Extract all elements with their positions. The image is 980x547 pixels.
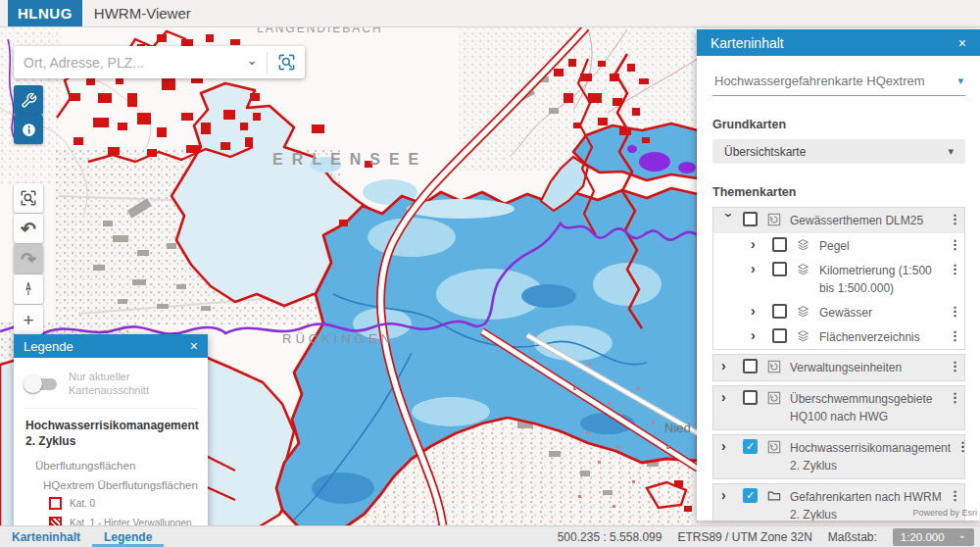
- layer-row-gewaesserthemen[interactable]: › Gewässerthemen DLM25 ⋮: [713, 208, 964, 233]
- map-service-icon: [767, 391, 782, 405]
- hlnug-logo[interactable]: HLNUG: [8, 0, 82, 26]
- kebab-menu-icon[interactable]: ⋮: [949, 304, 958, 320]
- redo-button[interactable]: ↷: [14, 244, 43, 274]
- basemaps-label: Grundkarten: [712, 118, 965, 131]
- layers-icon: [797, 238, 811, 251]
- map-label-rueckingen: RÜCKINGEN: [282, 331, 394, 346]
- layer-label: Gewässerthemen DLM25: [790, 212, 949, 229]
- app-header: HLNUG HWRM-Viewer: [0, 0, 980, 27]
- layer-checkbox[interactable]: [772, 328, 787, 343]
- layer-box: › ✓ Hochwasserrisikomanagement 2. Zyklus…: [712, 434, 965, 479]
- legend-header[interactable]: Legende ×: [14, 334, 208, 358]
- layer-group-gewaesserthemen: › Gewässerthemen DLM25 ⋮ ›: [712, 207, 965, 350]
- layer-row-kilometrierung[interactable]: › Kilometrierung (1:500 bis 1:500.000) ⋮: [713, 258, 964, 300]
- map-service-icon: [767, 213, 782, 226]
- layer-row-hochwasserrisikomanagement[interactable]: › ✓ Hochwasserrisikomanagement 2. Zyklus…: [713, 435, 964, 478]
- legend-close-icon[interactable]: ×: [190, 338, 198, 354]
- scale-select[interactable]: 1:20.000 ⌄: [893, 528, 974, 546]
- layer-row-pegel[interactable]: › Pegel ⋮: [713, 233, 964, 258]
- legend-subgroup-label: HQextrem Überflutungsflächen: [24, 472, 198, 493]
- status-bar: Karteninhalt Legende 500.235 : 5.558.099…: [0, 525, 980, 547]
- default-extent-button[interactable]: [14, 183, 43, 213]
- layer-row-gewaesser[interactable]: › Gewässer ⋮: [713, 300, 964, 324]
- tab-karteninhalt[interactable]: Karteninhalt: [0, 526, 92, 547]
- layer-checkbox[interactable]: [772, 304, 787, 319]
- layer-checkbox[interactable]: [743, 212, 758, 226]
- map-theme-value: Hochwassergefahrenkarte HQextrem: [714, 74, 957, 88]
- basemap-value: Übersichtskarte: [724, 145, 948, 159]
- chevron-right-icon[interactable]: ›: [721, 439, 737, 454]
- layer-row-flaechenverzeichnis[interactable]: › Flächenverzeichnis ⋮: [713, 324, 964, 349]
- tab-legende[interactable]: Legende: [92, 526, 164, 547]
- map-content-panel: Karteninhalt × Hochwassergefahrenkarte H…: [697, 29, 980, 521]
- chevron-right-icon[interactable]: ›: [721, 390, 737, 405]
- chevron-right-icon[interactable]: ›: [751, 262, 766, 276]
- tools-button[interactable]: [14, 85, 43, 115]
- basemap-select[interactable]: Übersichtskarte ▾: [712, 139, 965, 164]
- map-label-erlensee: ERLENSEE: [272, 151, 427, 168]
- thememaps-label: Themenkarten: [712, 185, 965, 199]
- map-service-icon: [767, 360, 782, 373]
- layer-checkbox-checked[interactable]: ✓: [743, 488, 758, 503]
- map-theme-select[interactable]: Hochwassergefahrenkarte HQextrem ▾: [712, 70, 965, 96]
- kebab-menu-icon[interactable]: ⋮: [949, 262, 958, 277]
- legend-group-label: Überflutungsflächen: [24, 452, 198, 472]
- layer-checkbox[interactable]: [743, 390, 758, 405]
- map-attribution: Powered by Esri: [912, 508, 977, 518]
- kebab-menu-icon[interactable]: ⋮: [956, 439, 966, 455]
- map-content-close-icon[interactable]: ×: [958, 35, 966, 51]
- chevron-down-icon[interactable]: ›: [721, 213, 736, 228]
- chevron-right-icon[interactable]: ›: [751, 328, 766, 343]
- check-icon: ✓: [746, 490, 755, 501]
- layer-checkbox[interactable]: [743, 359, 758, 373]
- layer-box: › Überschwemmungsgebiete HQ100 nach HWG …: [712, 385, 965, 430]
- map-content-title: Karteninhalt: [710, 35, 784, 51]
- wrench-icon: [21, 92, 37, 109]
- chevron-right-icon[interactable]: ›: [721, 488, 737, 503]
- kebab-menu-icon[interactable]: ⋮: [949, 328, 958, 344]
- kebab-menu-icon[interactable]: ⋮: [949, 359, 958, 374]
- info-button[interactable]: [14, 115, 43, 144]
- layers-icon: [797, 263, 811, 275]
- search-input[interactable]: [14, 55, 242, 71]
- kebab-menu-icon[interactable]: ⋮: [949, 237, 958, 253]
- kebab-menu-icon[interactable]: ⋮: [949, 488, 958, 504]
- kebab-menu-icon[interactable]: ⋮: [949, 212, 958, 227]
- undo-button[interactable]: ↶: [14, 214, 43, 243]
- layers-icon: [797, 329, 811, 342]
- zoom-in-button[interactable]: +: [14, 305, 43, 334]
- compass-button[interactable]: [14, 274, 43, 304]
- locate-search-button[interactable]: [268, 46, 305, 78]
- layer-label: Flächenverzeichnis: [819, 328, 949, 346]
- crs-label: ETRS89 / UTM Zone 32N: [677, 530, 811, 544]
- layer-checkbox-checked[interactable]: ✓: [743, 439, 758, 454]
- layer-row-ueberschwemmungsgebiete[interactable]: › Überschwemmungsgebiete HQ100 nach HWG …: [713, 386, 964, 429]
- kebab-menu-icon[interactable]: ⋮: [949, 390, 958, 406]
- map-content-header[interactable]: Karteninhalt ×: [697, 29, 980, 56]
- layer-tree: › Gewässerthemen DLM25 ⋮ ›: [712, 207, 965, 521]
- scale-chevron-icon: ⌄: [958, 529, 966, 540]
- layer-label: Verwaltungseinheiten: [790, 359, 949, 376]
- layer-label: Überschwemmungsgebiete HQ100 nach HWG: [790, 390, 949, 425]
- layer-checkbox[interactable]: [772, 262, 787, 276]
- map-service-icon: [767, 440, 782, 454]
- layer-checkbox[interactable]: [772, 237, 787, 252]
- chevron-right-icon[interactable]: ›: [751, 304, 766, 319]
- layer-label: Gewässer: [819, 304, 949, 322]
- legend-panel: Legende × Nur aktueller Kartenausschnitt…: [14, 334, 208, 547]
- hwrm-viewer-app: LANGENDIEBACH ERLENSEE RÜCKINGEN Nied HL…: [0, 0, 980, 547]
- layer-label: Kilometrierung (1:500 bis 1:500.000): [819, 262, 949, 297]
- layer-label: Hochwasserrisikomanagement 2. Zyklus: [790, 439, 956, 474]
- toggle-knob: [24, 374, 42, 393]
- current-extent-toggle[interactable]: [25, 378, 57, 390]
- redo-icon: ↷: [21, 250, 36, 269]
- layers-icon: [797, 305, 811, 318]
- map-label-nied: Nied: [664, 421, 691, 435]
- legend-item-kat0: Kat. 0: [24, 493, 198, 513]
- search-dropdown-chevron-icon[interactable]: ⌄: [242, 52, 267, 74]
- scale-label: Maßstab:: [828, 530, 877, 544]
- legend-layer-title: Hochwasserrisikomanagement 2. Zyklus: [24, 409, 198, 453]
- chevron-right-icon[interactable]: ›: [721, 359, 737, 373]
- layer-row-verwaltungseinheiten[interactable]: › Verwaltungseinheiten ⋮: [713, 355, 964, 380]
- chevron-right-icon[interactable]: ›: [751, 237, 766, 252]
